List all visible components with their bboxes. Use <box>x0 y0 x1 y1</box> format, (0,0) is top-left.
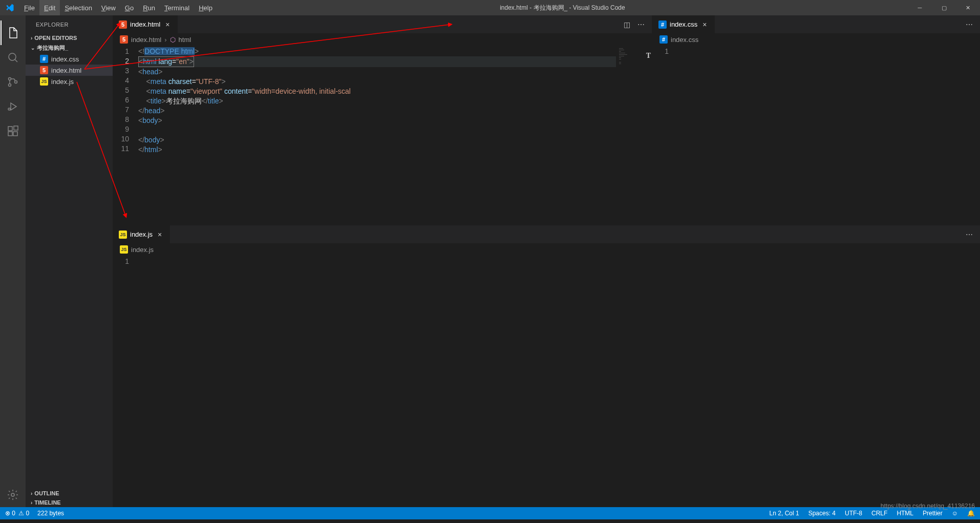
sidebar-header: EXPLORER <box>26 15 113 33</box>
vscode-logo-icon <box>5 3 14 12</box>
svg-point-3 <box>15 81 17 83</box>
search-icon[interactable] <box>1 45 25 70</box>
close-tab-icon[interactable]: × <box>700 20 709 29</box>
menu-bar: File Edit Selection View Go Run Terminal… <box>19 0 217 15</box>
line-gutter: 1 <box>652 46 678 225</box>
activity-bar <box>0 15 26 507</box>
open-editors-section[interactable]: ›OPEN EDITORS <box>26 33 113 43</box>
editor-pane-css: # index.css × ⋯ # index.css 1 <box>652 15 980 225</box>
outline-section[interactable]: ›OUTLINE <box>26 489 113 498</box>
editor-pane-js: JS index.js × ⋯ JS index.js 1 <box>113 225 980 507</box>
line-gutter: 1 <box>113 256 138 507</box>
svg-rect-8 <box>14 126 18 130</box>
timeline-section[interactable]: ›TIMELINE <box>26 498 113 507</box>
svg-rect-5 <box>8 127 12 131</box>
js-file-icon: JS <box>40 77 48 86</box>
cursor-position[interactable]: Ln 2, Col 1 <box>770 510 799 517</box>
file-item-html[interactable]: 5index.html <box>26 65 113 76</box>
css-file-icon: # <box>40 55 48 63</box>
code-editor-html[interactable]: 1234567891011 <!DOCTYPE html><html lang=… <box>113 46 652 225</box>
svg-point-4 <box>8 108 10 110</box>
split-editor-icon[interactable]: ◫ <box>624 20 630 29</box>
feedback-icon[interactable]: ☺ <box>952 510 958 517</box>
breadcrumb-html[interactable]: 5 index.html › ⬡ html <box>113 33 652 46</box>
menu-terminal[interactable]: Terminal <box>160 0 194 15</box>
svg-rect-7 <box>13 132 17 136</box>
debug-icon[interactable] <box>1 94 25 119</box>
indentation[interactable]: Spaces: 4 <box>808 510 836 517</box>
more-actions-icon[interactable]: ⋯ <box>966 231 973 239</box>
css-file-icon: # <box>658 20 667 29</box>
prettier[interactable]: Prettier <box>923 510 943 517</box>
tab-bar-css: # index.css × ⋯ <box>652 15 980 33</box>
close-tab-icon[interactable]: × <box>156 231 164 239</box>
more-actions-icon[interactable]: ⋯ <box>637 20 645 29</box>
explorer-sidebar: EXPLORER ›OPEN EDITORS ⌄考拉海购网_ #index.cs… <box>26 15 113 507</box>
errors-indicator[interactable]: ⊗ 0 <box>5 510 15 517</box>
watermark: https://blog.csdn.net/qq_41136216 <box>881 503 975 510</box>
tab-index-html[interactable]: 5 index.html × <box>113 15 178 33</box>
tab-bar-html: 5 index.html × ◫ ⋯ <box>113 15 652 33</box>
title-bar: File Edit Selection View Go Run Terminal… <box>0 0 980 15</box>
menu-edit[interactable]: Edit <box>39 0 60 15</box>
file-size: 222 bytes <box>37 510 64 517</box>
maximize-button[interactable]: ▢ <box>932 0 956 15</box>
svg-point-1 <box>9 78 11 80</box>
breadcrumb-js[interactable]: JS index.js <box>113 243 980 256</box>
file-item-js[interactable]: JSindex.js <box>26 76 113 87</box>
notifications-icon[interactable]: 🔔 <box>967 510 975 517</box>
html-file-icon: 5 <box>120 35 128 44</box>
tab-bar-js: JS index.js × ⋯ <box>113 225 980 243</box>
svg-point-9 <box>11 493 14 496</box>
menu-file[interactable]: File <box>19 0 39 15</box>
svg-point-0 <box>9 53 16 60</box>
code-editor-js[interactable]: 1 <box>113 256 980 507</box>
explorer-icon[interactable] <box>1 20 25 45</box>
window-controls: ─ ▢ ✕ <box>908 0 980 15</box>
minimize-button[interactable]: ─ <box>908 0 932 15</box>
svg-rect-6 <box>8 132 12 136</box>
language-mode[interactable]: HTML <box>897 510 913 517</box>
eol[interactable]: CRLF <box>871 510 887 517</box>
source-control-icon[interactable] <box>1 70 25 94</box>
css-file-icon: # <box>659 35 668 44</box>
editor-pane-html: 5 index.html × ◫ ⋯ 5 index.html › ⬡ html <box>113 15 652 225</box>
line-gutter: 1234567891011 <box>113 46 138 225</box>
menu-go[interactable]: Go <box>120 0 138 15</box>
menu-help[interactable]: Help <box>194 0 217 15</box>
encoding[interactable]: UTF-8 <box>845 510 862 517</box>
extensions-icon[interactable] <box>1 119 25 143</box>
js-file-icon: JS <box>119 231 127 239</box>
js-file-icon: JS <box>120 245 128 254</box>
html-file-icon: 5 <box>119 20 127 29</box>
close-window-button[interactable]: ✕ <box>956 0 980 15</box>
menu-selection[interactable]: Selection <box>60 0 96 15</box>
tab-index-js[interactable]: JS index.js × <box>113 225 170 243</box>
project-section[interactable]: ⌄考拉海购网_ <box>26 43 113 53</box>
breadcrumb-css[interactable]: # index.css <box>652 33 980 46</box>
html-file-icon: 5 <box>40 66 48 74</box>
file-item-css[interactable]: #index.css <box>26 53 113 65</box>
tab-index-css[interactable]: # index.css × <box>652 15 715 33</box>
svg-point-2 <box>9 84 11 87</box>
warnings-indicator[interactable]: ⚠ 0 <box>18 510 29 517</box>
minimap[interactable]: ▬▬▬▬▬▬▬▬▬▬▬▬▬▬▬▬▬▬▬▬▬▬▬▬▬▬▬▬▬▬▬▬▬▬▬▬▬▬ T <box>616 46 652 148</box>
code-content[interactable] <box>138 256 980 507</box>
menu-run[interactable]: Run <box>138 0 160 15</box>
menu-view[interactable]: View <box>97 0 120 15</box>
close-tab-icon[interactable]: × <box>163 20 172 29</box>
code-content[interactable]: <!DOCTYPE html><html lang="en"><head> <m… <box>138 46 652 225</box>
window-title: index.html - 考拉海购网_ - Visual Studio Code <box>217 4 908 12</box>
status-bar: ⊗ 0 ⚠ 0 222 bytes Ln 2, Col 1 Spaces: 4 … <box>0 507 980 519</box>
code-editor-css[interactable]: 1 <box>652 46 980 225</box>
more-actions-icon[interactable]: ⋯ <box>966 20 973 29</box>
code-content[interactable] <box>678 46 980 225</box>
settings-gear-icon[interactable] <box>1 483 25 507</box>
editor-groups: 5 index.html × ◫ ⋯ 5 index.html › ⬡ html <box>113 15 980 507</box>
